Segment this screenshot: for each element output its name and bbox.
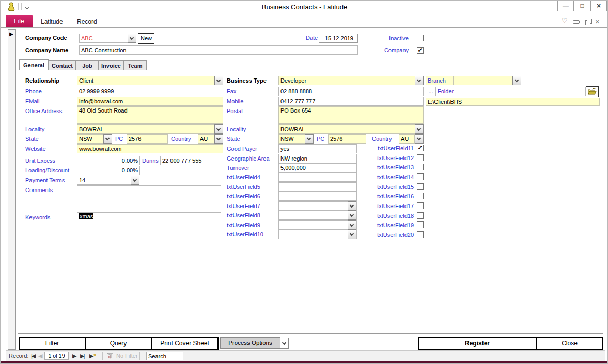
window-minimize-icon[interactable] [573,20,580,24]
phone-value: 02 9999 9999 [79,88,114,94]
business-type-dropdown-button[interactable] [415,76,424,85]
process-options-dropdown-button[interactable] [280,338,289,349]
txtuserfield19-checkbox[interactable] [417,221,424,228]
date-field[interactable]: 15 12 2019 [319,34,358,43]
close-form-button[interactable]: Close [536,337,603,350]
state-combobox-left[interactable]: NSW [77,134,104,144]
payment-terms-dropdown-button[interactable] [131,176,139,185]
pc-field-middle[interactable]: 2576 [328,134,366,144]
tab-contact[interactable]: Contact [49,60,76,70]
maximize-button[interactable]: □ [574,1,590,11]
window-restore-icon[interactable] [585,20,590,25]
folder-path-field[interactable]: L:\Client\BHS [426,98,600,106]
country-dropdown-button-left[interactable] [214,134,223,144]
ribbon-tab-record[interactable]: Record [77,18,97,25]
txtuserfield14-checkbox[interactable] [417,173,424,180]
country-dropdown-button-middle[interactable] [415,134,424,144]
last-record-button[interactable]: ▶| [80,353,84,359]
txtuserfield13-checkbox[interactable] [417,164,424,170]
minimize-button[interactable]: — [557,1,574,11]
loading-discount-field[interactable]: 0.00% [77,166,140,175]
country-field-middle[interactable]: AU [399,134,415,144]
unit-excess-field[interactable]: 0.00% [77,156,140,165]
txtuserfield16-label: txtUserField16 [346,193,414,199]
close-button[interactable]: × [590,1,607,11]
previous-record-button[interactable]: ◀ [38,353,42,359]
email-label: EMail [25,98,40,104]
locality-combobox-middle[interactable]: BOWRAL [278,124,415,134]
postal-field[interactable]: PO Box 654 [278,106,424,124]
pc-label-middle: PC [317,136,324,142]
business-type-combobox[interactable]: Developer [278,76,415,85]
pc-field-left[interactable]: 2576 [127,134,168,144]
business-type-label: Business Type [227,77,267,84]
company-name-field[interactable]: ABC Construction [79,45,358,55]
website-field[interactable]: www.bowral.com [77,144,223,153]
ribbon-divider [1,27,608,28]
print-cover-sheet-button[interactable]: Print Cover Sheet [151,337,219,350]
branch-combobox[interactable] [453,76,512,85]
tab-general[interactable]: General [19,59,49,70]
favorite-heart-icon[interactable]: ♡ [562,17,568,24]
tab-job[interactable]: Job [76,60,99,70]
filter-button[interactable]: Filter [19,337,86,350]
tab-team[interactable]: Team [123,60,147,70]
ribbon-tab-file[interactable]: File [6,15,33,28]
folder-open-icon [588,88,597,96]
state-dropdown-button-left[interactable] [103,134,112,144]
chevron-down-icon [130,36,134,40]
inactive-checkbox[interactable] [417,35,424,41]
email-value: info@bowral.com [79,98,123,104]
state-combobox-middle[interactable]: NSW [278,134,305,144]
txtuserfield16-checkbox[interactable] [417,193,424,199]
phone-field[interactable]: 02 9999 9999 [77,87,223,96]
office-address-field[interactable]: 48 Old South Road [77,106,223,124]
query-button[interactable]: Query [85,337,152,350]
country-field-left[interactable]: AU [198,134,214,144]
txtuserfield12-checkbox[interactable] [417,154,424,161]
locality-dropdown-button-middle[interactable] [415,124,424,134]
search-input[interactable] [146,352,183,360]
dunns-field[interactable]: 22 000 777 555 [160,156,221,165]
mobile-field[interactable]: 0412 777 777 [278,97,424,106]
txtuserfield11-checkbox[interactable] [417,145,424,151]
locality-combobox-left[interactable]: BOWRAL [77,124,215,134]
txtuserfield17-label: txtUserField17 [346,203,414,209]
open-folder-button[interactable] [586,86,599,97]
comments-field[interactable] [77,185,221,212]
payment-terms-combobox[interactable]: 14 [77,176,131,185]
register-button[interactable]: Register [418,337,537,350]
email-field[interactable]: info@bowral.com [77,97,223,106]
state-dropdown-button-middle[interactable] [305,134,314,144]
new-record-button[interactable]: ▶* [89,353,96,359]
txtuserfield20-checkbox[interactable] [417,231,424,238]
record-position-box[interactable]: 1 of 19 [44,352,69,360]
locality-value-middle: BOWRAL [280,126,305,132]
record-selector-bar[interactable]: ▶ [8,29,16,350]
first-record-button[interactable]: |◀ [31,353,35,359]
locality-dropdown-button-left[interactable] [214,124,223,134]
browse-button[interactable]: ... [426,87,436,96]
fax-field[interactable]: 02 888 8888 [278,87,424,96]
next-record-button[interactable]: ▶ [72,353,76,359]
relationship-dropdown-button[interactable] [214,76,223,85]
company-checkbox[interactable] [417,47,424,54]
folder-path-value: L:\Client\BHS [428,99,462,105]
txtuserfield15-checkbox[interactable] [417,183,424,190]
new-button[interactable]: New [138,33,154,44]
process-options-button[interactable]: Process Options [220,337,280,349]
txtuserfield18-checkbox[interactable] [417,212,424,219]
txtuserfield17-checkbox[interactable] [417,202,424,209]
branch-dropdown-button[interactable] [512,76,521,85]
relationship-combobox[interactable]: Client [77,76,215,85]
company-code-combobox[interactable]: ABC [79,34,128,43]
form-left-border [6,28,6,361]
no-filter-label[interactable]: No Filter [116,353,138,359]
tab-invoice[interactable]: Invoice [99,60,123,70]
window-close-icon[interactable]: × [595,17,600,26]
ribbon-tab-latitude[interactable]: Latitude [41,18,63,25]
business-type-value: Developer [280,77,306,84]
chevron-down-icon [417,78,421,82]
keywords-field[interactable]: xmas [77,212,221,239]
company-code-dropdown-button[interactable] [128,34,136,43]
